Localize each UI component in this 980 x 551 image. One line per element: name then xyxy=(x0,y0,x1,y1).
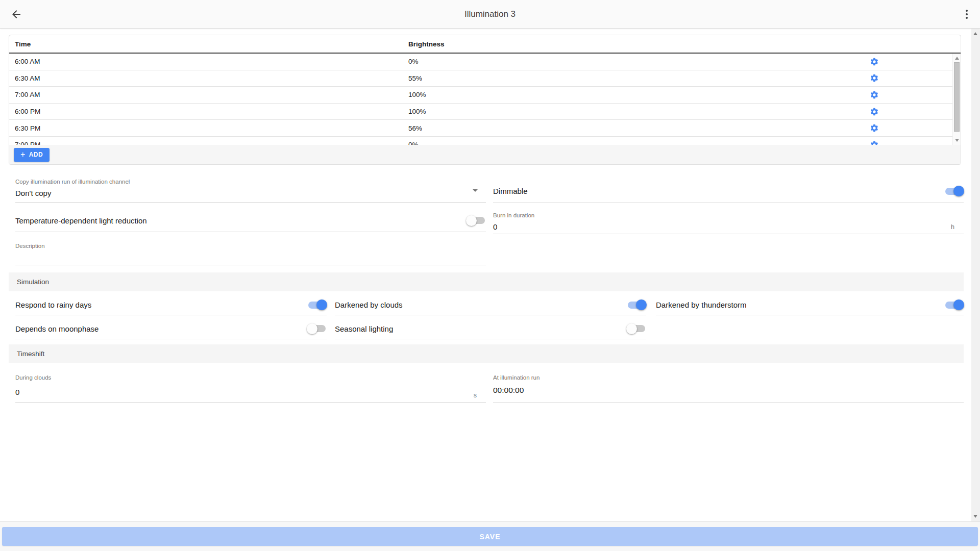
description-field[interactable]: Description xyxy=(15,243,486,265)
darkened-by-thunderstorm-label: Darkened by thunderstorm xyxy=(656,300,747,309)
during-clouds-value: 0 xyxy=(15,388,486,396)
depends-on-moonphase-row: Depends on moonphase xyxy=(15,318,327,339)
cell-time: 6:30 AM xyxy=(9,74,408,82)
back-button[interactable] xyxy=(9,7,23,21)
arrow-left-icon xyxy=(10,8,22,20)
gear-icon[interactable] xyxy=(870,107,879,116)
depends-on-moonphase-label: Depends on moonphase xyxy=(15,324,99,333)
table-body: 6:00 AM 0% 6:30 AM 55% 7:00 AM 100% 6:00… xyxy=(9,54,961,145)
temperature-reduction-row: Temperature-dependent light reduction xyxy=(15,209,486,232)
burn-in-duration-value: 0 xyxy=(493,222,964,231)
gear-icon[interactable] xyxy=(870,140,879,145)
page-title: Illumination 3 xyxy=(0,9,980,19)
cell-time: 7:00 PM xyxy=(9,141,408,145)
depends-on-moonphase-toggle[interactable] xyxy=(308,325,326,332)
darkened-by-thunderstorm-row: Darkened by thunderstorm xyxy=(656,295,964,315)
darkened-by-clouds-toggle[interactable] xyxy=(628,302,645,309)
seasonal-lighting-toggle[interactable] xyxy=(628,325,645,332)
page-scroll-down-icon[interactable] xyxy=(973,515,977,518)
at-illumination-run-label: At illumination run xyxy=(493,374,964,381)
during-clouds-unit: s xyxy=(474,392,477,399)
simulation-section-title: Simulation xyxy=(17,278,49,286)
at-illumination-run-field[interactable]: At illumination run 00:00:00 xyxy=(493,374,964,403)
page-scroll-up-icon[interactable] xyxy=(973,32,977,35)
description-label: Description xyxy=(15,243,486,249)
during-clouds-field[interactable]: During clouds 0 s xyxy=(15,374,486,403)
burn-in-duration-unit: h xyxy=(951,223,954,231)
caret-down-icon xyxy=(473,189,478,192)
column-header-time: Time xyxy=(9,40,408,48)
bottom-bar: SAVE xyxy=(0,521,980,551)
simulation-section-header: Simulation xyxy=(9,272,964,291)
plus-icon: + xyxy=(20,151,26,159)
cell-time: 7:00 AM xyxy=(9,91,408,98)
cell-time: 6:00 PM xyxy=(9,108,408,115)
copy-channel-label: Copy illumination run of illumination ch… xyxy=(15,179,486,185)
burn-in-duration-field[interactable]: Burn in duration 0 h xyxy=(493,212,964,234)
table-row[interactable]: 7:00 PM 0% xyxy=(9,137,952,145)
table-row[interactable]: 7:00 AM 100% xyxy=(9,87,952,104)
table-header-row: Time Brightness xyxy=(9,35,961,54)
gear-icon[interactable] xyxy=(870,57,879,66)
gear-icon[interactable] xyxy=(870,90,879,99)
table-row[interactable]: 6:30 PM 56% xyxy=(9,120,952,137)
seasonal-lighting-row: Seasonal lighting xyxy=(335,318,646,339)
cell-time: 6:00 AM xyxy=(9,58,408,65)
dimmable-row: Dimmable xyxy=(493,180,964,203)
overflow-menu-button[interactable] xyxy=(960,7,973,21)
table-footer: + ADD xyxy=(9,145,961,164)
dimmable-label: Dimmable xyxy=(493,187,528,195)
at-illumination-run-value: 00:00:00 xyxy=(493,386,964,395)
copy-channel-select[interactable]: Copy illumination run of illumination ch… xyxy=(15,179,486,203)
cell-time: 6:30 PM xyxy=(9,124,408,132)
copy-channel-value: Don't copy xyxy=(15,189,486,197)
gear-icon[interactable] xyxy=(870,123,879,133)
during-clouds-label: During clouds xyxy=(15,374,486,381)
table-scrollbar[interactable] xyxy=(952,54,961,145)
temperature-reduction-toggle[interactable] xyxy=(468,217,485,224)
darkened-by-clouds-row: Darkened by clouds xyxy=(335,295,646,315)
scrollbar-thumb[interactable] xyxy=(954,62,960,132)
kebab-icon xyxy=(966,10,968,12)
seasonal-lighting-label: Seasonal lighting xyxy=(335,324,393,333)
scroll-down-icon[interactable] xyxy=(955,139,959,142)
timeshift-section-header: Timeshift xyxy=(9,344,964,363)
column-header-brightness: Brightness xyxy=(408,40,961,48)
burn-in-duration-label: Burn in duration xyxy=(493,212,964,218)
respond-rainy-days-label: Respond to rainy days xyxy=(15,300,91,309)
top-app-bar: Illumination 3 xyxy=(0,0,980,29)
table-row[interactable]: 6:00 PM 100% xyxy=(9,104,952,120)
darkened-by-clouds-label: Darkened by clouds xyxy=(335,300,403,309)
table-row[interactable]: 6:00 AM 0% xyxy=(9,54,952,70)
temperature-reduction-label: Temperature-dependent light reduction xyxy=(15,216,147,225)
timeshift-section-title: Timeshift xyxy=(17,350,44,358)
dimmable-toggle[interactable] xyxy=(945,188,963,195)
gear-icon[interactable] xyxy=(870,73,879,83)
add-button-label: ADD xyxy=(29,151,43,158)
respond-rainy-days-toggle[interactable] xyxy=(308,302,326,309)
page-scrollbar[interactable] xyxy=(971,29,980,521)
scroll-up-icon[interactable] xyxy=(955,57,959,60)
respond-rainy-days-row: Respond to rainy days xyxy=(15,295,327,315)
illumination-run-table: Time Brightness 6:00 AM 0% 6:30 AM 55% 7… xyxy=(9,35,961,165)
darkened-by-thunderstorm-toggle[interactable] xyxy=(945,302,963,309)
table-row[interactable]: 6:30 AM 55% xyxy=(9,70,952,87)
save-button[interactable]: SAVE xyxy=(2,527,978,546)
add-button[interactable]: + ADD xyxy=(14,148,50,162)
main-content: Time Brightness 6:00 AM 0% 6:30 AM 55% 7… xyxy=(0,29,971,521)
